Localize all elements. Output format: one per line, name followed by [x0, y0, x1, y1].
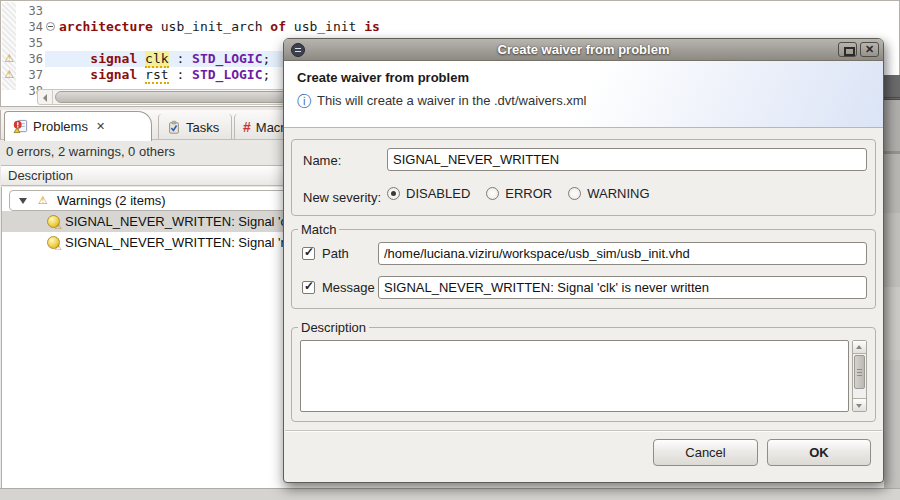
line-number: 34: [17, 19, 43, 35]
code-line: [59, 3, 899, 19]
signal-name-token: rst: [145, 67, 168, 84]
background-window-strip: [884, 75, 900, 100]
description-textarea[interactable]: [300, 340, 849, 412]
problems-summary: 0 errors, 2 warnings, 0 others: [6, 144, 175, 159]
macros-hash-icon: [243, 119, 251, 135]
background-window-strip: [884, 360, 900, 488]
keyword-token: is: [364, 19, 380, 34]
radio-error-label[interactable]: ERROR: [505, 186, 552, 201]
info-icon: [297, 94, 311, 108]
line-number: 33: [17, 3, 43, 19]
whitespace-token: [137, 67, 145, 82]
name-label: Name:: [303, 153, 341, 168]
line-number: 37: [17, 67, 43, 83]
line-number: 35: [17, 35, 43, 51]
message-row: Message: [302, 276, 867, 299]
radio-disabled-label[interactable]: DISABLED: [406, 186, 470, 201]
waiver-main-group: Name: New severity: DISABLED ERROR WARNI…: [291, 139, 876, 216]
description-group-legend: Description: [298, 320, 369, 335]
message-label[interactable]: Message: [322, 280, 375, 295]
description-group: Description: [291, 327, 876, 422]
match-group: Match Path Message: [291, 229, 876, 309]
keyword-token: architecture: [59, 19, 153, 34]
whitespace-token: [59, 51, 90, 66]
warning-icon: [3, 68, 16, 81]
radio-warning-label[interactable]: WARNING: [587, 186, 649, 201]
screen: 33 34 35 36 37 38 architecture usb_init_…: [0, 0, 900, 500]
status-strip: [0, 488, 900, 500]
waiver-lamp-warning-icon: [47, 215, 60, 228]
annotation-ruler: [2, 2, 16, 90]
dialog-heading: Create waiver from problem: [297, 70, 469, 85]
waiver-lamp-warning-icon: [47, 236, 60, 249]
scroll-up-arrow[interactable]: [853, 341, 866, 354]
scrollbar-thumb[interactable]: [854, 355, 865, 389]
keyword-token: signal: [90, 51, 137, 66]
punctuation-token: :: [169, 51, 192, 66]
maximize-button[interactable]: [838, 42, 857, 57]
tab-tasks[interactable]: Tasks: [158, 114, 232, 140]
punctuation-token: :: [169, 67, 192, 82]
radio-disabled[interactable]: [387, 187, 400, 200]
name-input[interactable]: [387, 148, 867, 171]
background-window-strip: [884, 213, 900, 287]
whitespace-token: [59, 67, 90, 82]
background-window-strip: [884, 100, 900, 151]
message-checkbox[interactable]: [302, 281, 315, 294]
cancel-button[interactable]: Cancel: [653, 439, 758, 466]
tab-label: Tasks: [186, 120, 219, 135]
radio-error[interactable]: [486, 187, 499, 200]
description-scrollbar[interactable]: [852, 340, 867, 412]
radio-warning[interactable]: [568, 187, 581, 200]
line-number-gutter: 33 34 35 36 37 38: [17, 3, 43, 99]
create-waiver-dialog: Create waiver from problem Create waiver…: [283, 38, 884, 483]
keyword-token: of: [270, 19, 286, 34]
problems-icon: [13, 119, 28, 134]
path-checkbox[interactable]: [302, 247, 315, 260]
identifier-token: usb_init: [286, 19, 364, 34]
type-token: STD_LOGIC: [192, 51, 262, 66]
dialog-title-bar[interactable]: Create waiver from problem: [284, 39, 883, 61]
whitespace-token: [137, 51, 145, 66]
keyword-token: signal: [90, 67, 137, 82]
signal-name-token: clk: [145, 51, 168, 68]
group-label: Warnings (2 items): [57, 193, 166, 208]
tasks-icon: [167, 120, 181, 135]
path-row: Path: [302, 242, 867, 265]
warning-icon: [36, 194, 50, 207]
line-number: 36: [17, 51, 43, 67]
match-group-legend: Match: [298, 222, 339, 237]
code-line: architecture usb_init_arch of usb_init i…: [59, 19, 899, 35]
dialog-title: Create waiver from problem: [284, 39, 883, 61]
tab-label: Problems: [33, 119, 88, 134]
dialog-header: Create waiver from problem This will cre…: [284, 61, 883, 128]
background-window-strip: [884, 287, 900, 360]
button-separator: [285, 430, 882, 432]
path-input[interactable]: [378, 242, 867, 265]
tab-close-icon[interactable]: [96, 120, 105, 133]
warning-icon: [3, 52, 16, 65]
message-input[interactable]: [378, 276, 867, 299]
dialog-info-text: This will create a waiver in the .dvt/wa…: [317, 93, 586, 108]
severity-radio-group: DISABLED ERROR WARNING: [387, 186, 666, 201]
ok-button[interactable]: OK: [767, 439, 871, 466]
close-button[interactable]: [860, 42, 879, 57]
identifier-token: usb_init_arch: [153, 19, 270, 34]
severity-label: New severity:: [303, 190, 381, 205]
fold-collapse-icon[interactable]: [46, 22, 55, 31]
background-window-strip: [884, 154, 900, 213]
expander-open-icon[interactable]: [19, 198, 27, 204]
scroll-down-arrow[interactable]: [853, 398, 866, 411]
punctuation-token: ;: [263, 67, 271, 82]
type-token: STD_LOGIC: [192, 67, 262, 82]
punctuation-token: ;: [263, 51, 271, 66]
tab-problems[interactable]: Problems: [4, 111, 152, 141]
path-label[interactable]: Path: [322, 246, 349, 261]
scroll-left-arrow[interactable]: [38, 90, 53, 104]
